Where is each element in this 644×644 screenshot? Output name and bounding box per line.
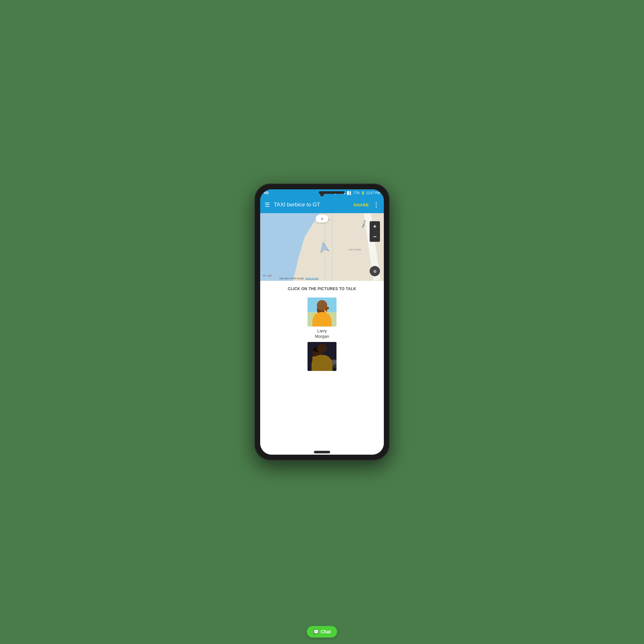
map-road-dashed-2 <box>332 213 333 281</box>
svg-rect-7 <box>319 308 325 309</box>
svg-point-12 <box>326 307 329 309</box>
more-options-icon[interactable]: ⋮ <box>373 201 379 209</box>
svg-marker-0 <box>319 241 329 252</box>
phone-device: HD ◆ ▼ ▲ ▊▌ 77% 🔋 12:07 PM ☰ TAXI berbic… <box>254 184 390 460</box>
clock: 12:07 PM <box>366 191 380 195</box>
hamburger-menu-icon[interactable]: ☰ <box>265 202 270 208</box>
user-item-larry[interactable]: Larry Morgan <box>308 298 336 339</box>
status-hd-label: HD <box>264 191 269 195</box>
phone-screen: HD ◆ ▼ ▲ ▊▌ 77% 🔋 12:07 PM ☰ TAXI berbic… <box>260 189 384 455</box>
svg-point-5 <box>317 304 327 315</box>
phone-speaker <box>319 191 345 194</box>
svg-rect-13 <box>308 342 336 371</box>
avatar-larry[interactable] <box>308 298 336 327</box>
signal-bars: ▊▌ <box>347 191 352 195</box>
battery-icon: 🔋 <box>361 191 365 195</box>
google-logo: Google <box>263 274 272 277</box>
svg-point-15 <box>322 364 326 368</box>
svg-rect-17 <box>312 356 323 371</box>
map-data-label: Map data ©2018 Google Terms of Use <box>279 277 318 279</box>
user-item-person2[interactable] <box>308 342 336 373</box>
map-zoom-out-button[interactable]: − <box>370 232 380 242</box>
map-park-label: GAY PARK <box>348 248 361 251</box>
instruction-text: CLICK ON THE PICTURES TO TALK <box>260 281 384 294</box>
layers-icon: ⊛ <box>373 269 377 274</box>
phone-home-button[interactable] <box>314 451 330 453</box>
share-button[interactable]: SHARE <box>354 203 369 207</box>
map-layers-button[interactable]: ⊛ <box>370 266 380 276</box>
svg-point-19 <box>313 347 322 352</box>
svg-point-6 <box>317 303 327 308</box>
chevron-up-icon: ∧ <box>321 216 324 221</box>
app-title: TAXI berbice to GT <box>274 202 350 208</box>
app-bar: ☰ TAXI berbice to GT SHARE ⋮ <box>260 196 384 213</box>
map-zoom-in-button[interactable]: + <box>370 221 380 232</box>
battery-percent: 77% <box>353 191 360 195</box>
content-area: CLICK ON THE PICTURES TO TALK <box>260 281 384 455</box>
map-scroll-up-button[interactable]: ∧ <box>316 215 328 223</box>
svg-rect-3 <box>308 312 336 327</box>
svg-rect-20 <box>314 356 321 363</box>
user-name-larry: Larry Morgan <box>315 328 329 339</box>
map-container: Main St EAS... GAY PARK ∧ + − ⊛ <box>260 213 384 281</box>
avatar-person2[interactable] <box>308 342 336 371</box>
svg-rect-4 <box>314 314 330 327</box>
user-list: Larry Morgan <box>260 294 384 376</box>
